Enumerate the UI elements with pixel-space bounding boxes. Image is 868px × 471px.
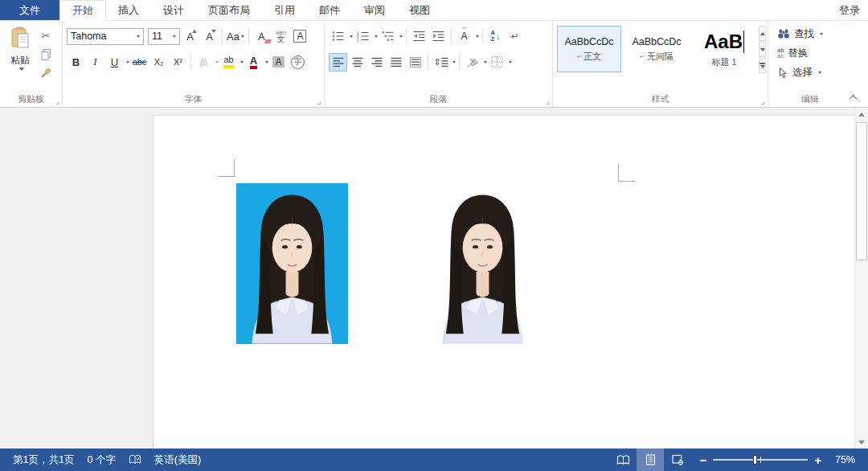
- change-case-button[interactable]: Aa: [226, 27, 245, 46]
- borders-button[interactable]: [488, 53, 506, 72]
- document-page[interactable]: [153, 115, 854, 448]
- tab-page-layout[interactable]: 页面布局: [196, 0, 262, 20]
- clipboard-dialog-launcher[interactable]: ⌟: [55, 97, 59, 105]
- font-dialog-launcher[interactable]: ⌟: [317, 97, 321, 105]
- asian-layout-button[interactable]: ↔ A: [455, 27, 473, 46]
- select-button[interactable]: 选择: [772, 64, 848, 80]
- styles-scroll-down-button[interactable]: [759, 42, 766, 57]
- align-center-button[interactable]: [348, 53, 366, 72]
- superscript-button[interactable]: X²: [169, 53, 187, 72]
- style-card-normal[interactable]: AaBbCcDc ↵正文: [557, 26, 621, 72]
- bullets-dropdown-arrow[interactable]: [350, 35, 353, 38]
- highlight-dropdown-arrow[interactable]: [240, 61, 244, 63]
- distributed-button[interactable]: [406, 53, 424, 72]
- tab-view[interactable]: 视图: [397, 0, 442, 20]
- read-mode-button[interactable]: [609, 448, 637, 471]
- line-spacing-dropdown-arrow[interactable]: [452, 61, 456, 63]
- id-photo-blue-background[interactable]: [236, 183, 348, 344]
- styles-dialog-launcher[interactable]: ⌟: [761, 97, 765, 105]
- style-card-no-spacing[interactable]: AaBbCcDc ↵无间隔: [624, 26, 689, 72]
- paste-label: 粘贴: [10, 54, 30, 68]
- copy-button[interactable]: [38, 46, 54, 62]
- zoom-slider-thumb[interactable]: [753, 455, 757, 465]
- word-count-status[interactable]: 0 个字: [80, 448, 121, 471]
- line-spacing-button[interactable]: ⇕: [432, 53, 450, 72]
- scroll-down-button[interactable]: [855, 436, 868, 448]
- find-button[interactable]: 查找: [772, 26, 848, 42]
- character-border-button[interactable]: A: [291, 27, 309, 46]
- multilevel-dropdown-arrow[interactable]: [399, 35, 403, 38]
- text-effects-button[interactable]: A: [194, 53, 213, 72]
- tab-home[interactable]: 开始: [59, 0, 106, 21]
- subscript-button[interactable]: X₂: [149, 53, 168, 72]
- sort-button[interactable]: AZ ↓: [486, 27, 505, 46]
- align-left-button[interactable]: [329, 53, 347, 72]
- font-color-dropdown-arrow[interactable]: [265, 61, 268, 63]
- asian-layout-dropdown-arrow[interactable]: [476, 35, 479, 38]
- numbering-dropdown-arrow[interactable]: [375, 35, 378, 38]
- paste-button[interactable]: 粘贴: [4, 25, 36, 92]
- replace-button[interactable]: ab ac 替换: [772, 45, 848, 61]
- format-painter-button[interactable]: [38, 64, 54, 80]
- multilevel-list-button[interactable]: [379, 27, 397, 46]
- tab-references[interactable]: 引用: [262, 0, 307, 20]
- id-photo-white-background[interactable]: [427, 183, 538, 344]
- decrease-indent-button[interactable]: [410, 27, 428, 46]
- page-number-status[interactable]: 第1页，共1页: [6, 448, 80, 471]
- bold-button[interactable]: B: [67, 53, 85, 72]
- sign-in-link[interactable]: 登录: [831, 0, 868, 20]
- scroll-up-button[interactable]: [855, 108, 868, 121]
- align-right-button[interactable]: [367, 53, 386, 72]
- style-card-heading1[interactable]: AaB 标题 1: [692, 26, 756, 72]
- cut-button[interactable]: ✂: [38, 27, 54, 43]
- bullets-button[interactable]: [329, 27, 347, 46]
- zoom-slider[interactable]: [713, 459, 808, 461]
- justify-button[interactable]: [387, 53, 405, 72]
- text-effects-dropdown-arrow[interactable]: [215, 61, 219, 63]
- collapse-ribbon-button[interactable]: [845, 92, 860, 103]
- shading-button[interactable]: [463, 53, 481, 72]
- tab-mailings[interactable]: 邮件: [307, 0, 352, 20]
- font-color-button[interactable]: A: [244, 53, 263, 72]
- zoom-level[interactable]: 75%: [828, 454, 855, 465]
- web-layout-button[interactable]: [664, 448, 691, 471]
- underline-dropdown-arrow[interactable]: [126, 61, 129, 63]
- copy-icon: [40, 48, 52, 60]
- tab-design[interactable]: 设计: [151, 0, 196, 20]
- show-hide-marks-button[interactable]: ↵: [506, 27, 524, 46]
- zoom-in-button[interactable]: +: [814, 454, 821, 466]
- underline-button[interactable]: U: [105, 53, 124, 72]
- strikethrough-button[interactable]: abc: [130, 53, 149, 72]
- proofing-status[interactable]: [122, 448, 148, 471]
- print-layout-button[interactable]: [637, 448, 664, 471]
- tab-review[interactable]: 审阅: [352, 0, 397, 20]
- paint-bucket-icon: [466, 56, 479, 68]
- tab-file[interactable]: 文件: [0, 0, 59, 20]
- font-size-select[interactable]: 11: [148, 28, 180, 45]
- italic-button[interactable]: I: [86, 53, 104, 72]
- increase-indent-button[interactable]: [429, 27, 448, 46]
- borders-dropdown-arrow[interactable]: [509, 61, 512, 63]
- phonetic-guide-button[interactable]: wén 文: [272, 27, 290, 46]
- styles-scroll-up-button[interactable]: [759, 26, 766, 41]
- clear-formatting-button[interactable]: A: [252, 27, 271, 46]
- paragraph-dialog-launcher[interactable]: ⌟: [546, 97, 550, 105]
- enclose-characters-icon: 字: [291, 55, 305, 69]
- grow-font-button[interactable]: A: [181, 27, 199, 46]
- enclose-characters-button[interactable]: 字: [289, 53, 307, 72]
- language-status[interactable]: 英语(美国): [148, 448, 207, 471]
- shrink-font-button[interactable]: A: [200, 27, 219, 46]
- tab-insert[interactable]: 插入: [106, 0, 151, 20]
- paste-dropdown-arrow[interactable]: [19, 68, 24, 71]
- scrollbar-thumb[interactable]: [856, 122, 867, 260]
- text-highlight-button[interactable]: ab: [219, 53, 238, 72]
- styles-gallery-more-button[interactable]: [759, 58, 766, 73]
- zoom-out-button[interactable]: −: [699, 454, 706, 466]
- numbering-button[interactable]: 123: [354, 27, 372, 46]
- vertical-scrollbar[interactable]: [854, 108, 868, 448]
- line-spacing-lines-icon: [441, 57, 448, 68]
- character-shading-button[interactable]: A: [269, 53, 288, 72]
- shading-dropdown-arrow[interactable]: [484, 61, 487, 63]
- font-name-select[interactable]: Tahoma: [67, 28, 144, 45]
- clipboard-group-label: 剪贴板: [0, 92, 62, 106]
